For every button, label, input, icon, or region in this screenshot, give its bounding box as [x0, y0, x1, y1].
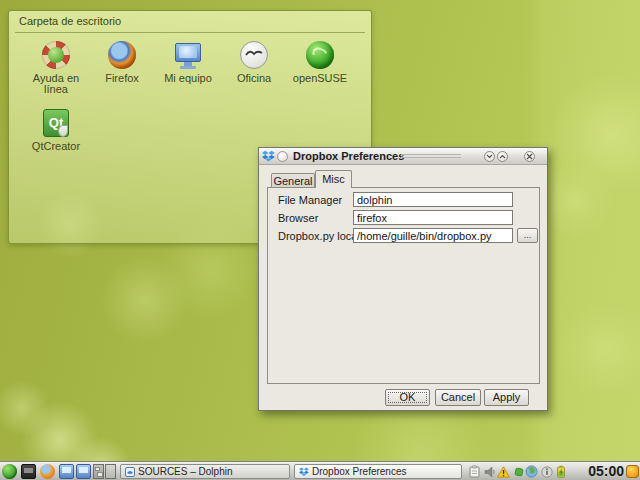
- dropbox-py-location-input[interactable]: [353, 228, 513, 243]
- display-launcher-icon[interactable]: [76, 464, 91, 479]
- dialog-body: General Misc File Manager Browser Dropbo…: [259, 165, 547, 410]
- tab-content-frame: File Manager Browser Dropbox.py location…: [267, 187, 540, 384]
- desktop-icon-label: Ayuda en línea: [23, 73, 89, 95]
- desktop-icon-firefox[interactable]: Firefox: [89, 39, 155, 84]
- dropbox-icon: [262, 150, 275, 163]
- firefox-icon: [106, 39, 138, 71]
- desktop-icon-label: Firefox: [89, 73, 155, 84]
- battery-icon[interactable]: [554, 465, 567, 478]
- close-button[interactable]: [524, 151, 535, 162]
- dolphin-icon: [125, 467, 135, 477]
- pager-desktop-2[interactable]: [105, 464, 116, 479]
- window-menu-button[interactable]: [277, 151, 288, 162]
- minimize-button[interactable]: [484, 151, 495, 162]
- maximize-button[interactable]: [497, 151, 508, 162]
- taskbar-panel: SOURCES – Dolphin Dropbox Preferences: [0, 461, 640, 480]
- desktop-icon-help[interactable]: Ayuda en línea: [23, 39, 89, 95]
- window-titlebar[interactable]: Dropbox Preferences: [259, 148, 547, 165]
- browse-button[interactable]: ...: [517, 228, 538, 243]
- desktop-icon-label: Oficina: [221, 73, 287, 84]
- info-icon[interactable]: [540, 465, 553, 478]
- panel-clock[interactable]: 05:00: [588, 463, 624, 479]
- folder-view-title: Carpeta de escritorio: [19, 15, 121, 27]
- apply-button[interactable]: Apply: [484, 389, 529, 406]
- file-manager-label: File Manager: [278, 194, 342, 206]
- close-icon: [526, 153, 533, 160]
- folder-view-separator: [15, 32, 365, 33]
- desktop-pager[interactable]: [93, 464, 117, 479]
- file-manager-input[interactable]: [353, 192, 513, 207]
- computer-launcher-icon[interactable]: [59, 464, 74, 479]
- chevron-up-icon: [499, 154, 506, 159]
- tab-misc[interactable]: Misc: [315, 170, 352, 188]
- computer-icon: [172, 39, 204, 71]
- desktop-wallpaper[interactable]: Carpeta de escritorio Ayuda en línea Fir…: [0, 0, 640, 480]
- task-label: Dropbox Preferences: [312, 466, 407, 477]
- network-globe-icon[interactable]: [525, 465, 538, 478]
- warning-icon[interactable]: [497, 465, 510, 478]
- firefox-launcher-icon[interactable]: [40, 464, 55, 479]
- desktop-icon-qtcreator[interactable]: Qt QtCreator: [23, 107, 89, 152]
- browser-input[interactable]: [353, 210, 513, 225]
- volume-icon[interactable]: [483, 465, 496, 478]
- task-label: SOURCES – Dolphin: [138, 466, 232, 477]
- application-menu-button[interactable]: [2, 464, 17, 479]
- online-help-icon: [40, 39, 72, 71]
- window-title: Dropbox Preferences: [293, 150, 404, 162]
- titlebar-grip: [401, 154, 461, 160]
- office-suite-icon: [238, 39, 270, 71]
- browser-label: Browser: [278, 212, 318, 224]
- opensuse-icon: [304, 39, 336, 71]
- qtcreator-icon: Qt: [40, 107, 72, 139]
- panel-toolbox-icon[interactable]: [626, 465, 639, 478]
- tab-general[interactable]: General: [271, 173, 315, 187]
- pager-desktop-1[interactable]: [93, 464, 104, 479]
- ok-button[interactable]: OK: [385, 389, 430, 406]
- dropbox-preferences-window: Dropbox Preferences General Misc File Ma…: [258, 147, 548, 411]
- desktop-icon-label: QtCreator: [23, 141, 89, 152]
- system-launcher-icon[interactable]: [21, 464, 36, 479]
- cancel-button[interactable]: Cancel: [435, 389, 481, 406]
- desktop-icon-label: Mi equipo: [155, 73, 221, 84]
- dropbox-icon: [299, 467, 309, 477]
- desktop-icon-my-computer[interactable]: Mi equipo: [155, 39, 221, 84]
- clipboard-icon[interactable]: [468, 465, 481, 478]
- dropbox-tray-icon[interactable]: [512, 465, 525, 478]
- desktop-icon-label: openSUSE: [287, 73, 353, 84]
- task-dropbox-preferences[interactable]: Dropbox Preferences: [294, 464, 462, 479]
- desktop-icon-office[interactable]: Oficina: [221, 39, 287, 84]
- chevron-down-icon: [486, 154, 493, 159]
- task-dolphin[interactable]: SOURCES – Dolphin: [120, 464, 290, 479]
- desktop-icon-opensuse[interactable]: openSUSE: [287, 39, 353, 84]
